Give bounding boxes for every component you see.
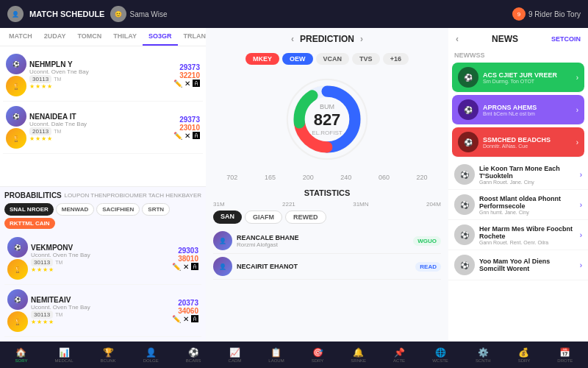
stats-tab[interactable]: GIAFM [245,210,282,224]
match-list: ⚽ 🏆 NEHMPLN Y Uconnt. Oven Tne Bay 30113… [0,46,206,186]
news-logo: ⚽ [454,255,475,275]
edit-icon[interactable]: ✏️ [173,132,182,140]
nav-icon: 📈 [229,347,240,358]
stats-tabs: SANGIAFMREWED [213,210,441,224]
news-sub: Gann Rouet. Jane. Ciny [479,180,576,185]
tab-so3gr[interactable]: SO3GR [143,28,178,46]
tab-match[interactable]: MATCH [3,28,38,46]
prev-chevron[interactable]: ‹ [291,34,294,44]
prob-tab[interactable]: SACIFHIEN [96,203,140,216]
bottom-nav-item-medcal[interactable]: 📊 MEDCAL [52,346,76,364]
delete-icon[interactable]: ✕ [183,315,189,323]
match-item[interactable]: ⚽ 🏆 NEHMPLN Y Uconnt. Oven Tne Bay 30113… [3,49,203,102]
star-icon: ★ [47,135,52,142]
pred-tab[interactable]: TVS [352,53,380,65]
stats-tab[interactable]: SAN [213,210,242,224]
news-item[interactable]: ⚽ Her Marm Mes Wibre Foocbnt Rochete Gan… [448,220,588,250]
stat-label: TM [55,312,62,317]
pred-tab[interactable]: +16 [383,53,409,65]
bottom-nav-item-laoum[interactable]: 📋 LAOUM [265,346,287,364]
news-text: APRONS AHEMS Bmt bCem NLe ost bm [483,104,572,116]
prob-tab[interactable]: SRTN [142,203,170,216]
setcoin-button[interactable]: SETCOIN [551,35,581,43]
add-icon[interactable]: 🅰 [191,315,198,323]
match-item[interactable]: ⚽ 🏆 VEKMPONV Uconnt. Oven Tne Bay 30113 … [4,233,201,285]
news-prev-chevron[interactable]: ‹ [456,34,459,44]
action-icons: ✏️ ✕ 🅰 [173,132,200,140]
star-icon: ★ [37,319,42,325]
bottom-nav-item-srnke[interactable]: 🔔 SRNKE [348,346,369,364]
next-chevron[interactable]: › [360,34,363,44]
right-panel: ‹ NEWS SETCOIN NEWWSS ⚽ ACS CJIET JUR VR… [448,28,588,342]
news-arrow[interactable]: › [580,261,582,269]
news-item[interactable]: ⚽ Roost Mlant oldea Phonnt Performsecole… [448,190,588,220]
star-icon: ★ [41,135,46,142]
nav-icon: 🔔 [353,347,364,358]
stats-tab[interactable]: REWED [285,210,326,224]
news-item[interactable]: ⚽ Yoo Mam Yoo Al Diens Somcillt Worent › [448,250,588,280]
bottom-nav-item-drote[interactable]: 📅 DROTE [554,346,576,364]
news-arrow[interactable]: › [576,138,578,146]
nav-label: BCARS [186,358,201,363]
bottom-nav-item-sdry[interactable]: 🎯 SDRY [309,346,327,364]
tab-trlan[interactable]: TRLAN [178,28,206,46]
news-arrow[interactable]: › [580,201,582,209]
nav-label: BCUNK [101,358,116,363]
match-item[interactable]: ⚽ 🏆 NENAIDEA IT Uconnt. Dale Tne Bay 201… [3,102,203,154]
star-icon: ★ [29,135,35,142]
team-logo: ⚽ [7,237,28,258]
bottom-nav-item-sdry[interactable]: 💰 SDRY [515,346,534,364]
donut-label: BUM [312,103,342,110]
news-arrow[interactable]: › [580,231,582,239]
prob-tab[interactable]: MENWAD [56,203,94,216]
team-name: NEHMPLN Y [29,60,171,68]
match-item[interactable]: ⚽ 🏆 NEMITEAIV Uconnt. Oven Tne Bay 30113… [4,285,201,337]
news-arrow[interactable]: › [580,171,582,179]
pred-tab[interactable]: MKEY [245,53,279,65]
tab-2uday[interactable]: 2UDAY [38,28,72,46]
bottom-nav-item-sory[interactable]: 🏠 SORY [12,346,31,364]
bottom-nav-item-dolge[interactable]: 👤 DOLGE [140,346,162,364]
bottom-nav-item-acte[interactable]: 📌 ACTE [390,346,408,364]
news-item[interactable]: ⚽ Lie Koon Tarn Mone Each T'Suokteln Gan… [448,160,588,190]
add-icon[interactable]: 🅰 [193,79,200,88]
star-icon: ★ [49,319,54,325]
pred-tab[interactable]: OEW [282,53,313,65]
bottom-nav-item-cadm[interactable]: 📈 CADM [226,346,245,364]
donut-value: 827 [312,110,342,130]
stat-badge: 30113 [29,75,51,83]
user2-name: 9 Rider Bio Tory [528,10,581,18]
news-item[interactable]: ⚽ APRONS AHEMS Bmt bCem NLe ost bm › [452,95,584,125]
bottom-nav-item-bcars[interactable]: ⚽ BCARS [183,346,204,364]
bottom-nav-item-scnth[interactable]: ⚙️ SCNTH [473,346,494,364]
nav-label: SORY [15,358,28,363]
tab-tomcn[interactable]: TOMCN [72,28,108,46]
edit-icon[interactable]: ✏️ [173,79,182,88]
tab-thilay[interactable]: THILAY [107,28,143,46]
bottom-nav-item-wcste[interactable]: 🌐 WCSTE [429,346,451,364]
score-orange: 38010 [172,255,198,263]
bottom-nav-item-bcunk[interactable]: 🏆 BCUNK [98,346,119,364]
news-title: Lie Koon Tarn Mone Each T'Suokteln [479,165,576,180]
pred-tab[interactable]: VCAN [316,53,350,65]
edit-icon[interactable]: ✏️ [172,315,181,323]
add-icon[interactable]: 🅰 [191,263,198,271]
add-icon[interactable]: 🅰 [193,132,200,140]
news-arrow[interactable]: › [576,106,578,114]
news-text: SSMCHED BEADCHS Donnitr. AlNas. Cue [483,136,572,149]
delete-icon[interactable]: ✕ [184,132,190,140]
delete-icon[interactable]: ✕ [183,263,189,271]
news-logo: ⚽ [454,164,475,185]
prob-tab[interactable]: SNAL NROER [4,203,54,216]
news-item[interactable]: ⚽ SSMCHED BEADCHS Donnitr. AlNas. Cue › [452,127,584,158]
news-item[interactable]: ⚽ ACS CJIET JUR VREER Srn Durmg. Ton OTO… [452,63,584,93]
nav-label: SDRY [518,358,531,363]
player-name: NECAIRIT EHANOT [237,263,411,270]
team-logo: 🏆 [7,311,28,332]
player-pos: Rorzmi Alofgast [237,241,409,248]
star-icon: ★ [31,319,36,325]
edit-icon[interactable]: ✏️ [172,263,181,271]
delete-icon[interactable]: ✕ [184,79,190,88]
news-arrow[interactable]: › [576,74,578,82]
prob-tab[interactable]: RKTTML CAIN [4,218,55,229]
